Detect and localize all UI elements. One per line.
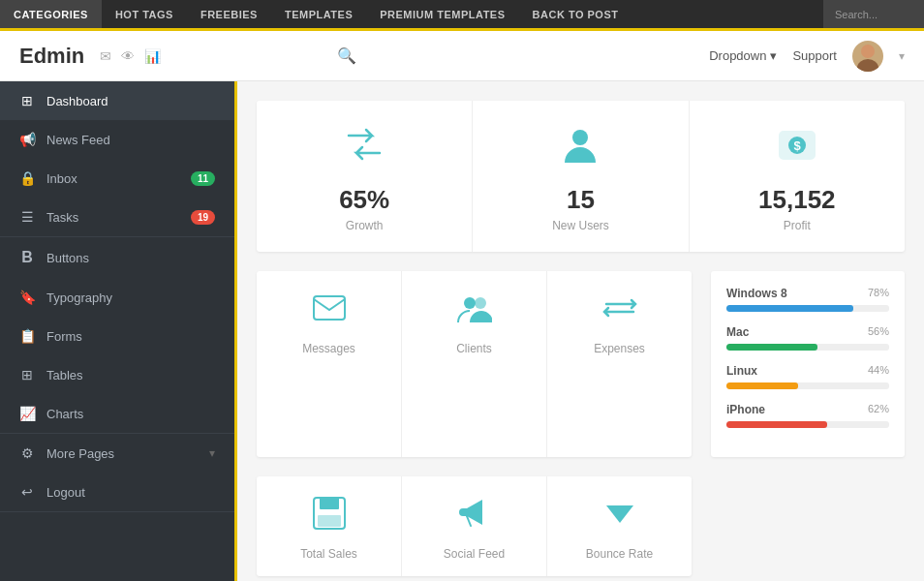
sidebar-item-more-pages[interactable]: ⚙ More Pages ▾ — [0, 434, 234, 473]
avatar[interactable] — [852, 41, 883, 72]
nav-premium-templates[interactable]: Premium Templates — [366, 0, 518, 28]
sidebar-section-extra: ⚙ More Pages ▾ ↩ Logout — [0, 434, 234, 512]
main-layout: ⊞ Dashboard 📢 News Feed 🔒 Inbox 11 ☰ Tas… — [0, 81, 924, 581]
svg-rect-11 — [318, 515, 341, 527]
widget-total-sales[interactable]: Total Sales — [257, 476, 402, 576]
progress-linux: Linux 44% — [726, 364, 889, 389]
sidebar-label-more-pages: More Pages — [46, 446, 114, 461]
sidebar-item-tasks[interactable]: ☰ Tasks 19 — [0, 198, 234, 236]
svg-point-7 — [464, 297, 476, 309]
stat-value-profit: 15,152 — [758, 185, 836, 215]
progress-bar-bg-iphone — [726, 421, 889, 428]
svg-point-1 — [857, 59, 878, 72]
sidebar-label-news-feed: News Feed — [46, 133, 110, 147]
inbox-icon: 🔒 — [19, 170, 35, 186]
user-menu-arrow[interactable]: ▾ — [899, 49, 905, 63]
dashboard-icon: ⊞ — [19, 93, 35, 108]
top-search-box[interactable] — [823, 0, 924, 28]
widget-cards-row2: Total Sales Social Feed — [257, 476, 692, 576]
sidebar-item-forms[interactable]: 📋 Forms — [0, 317, 234, 355]
widget-label-clients: Clients — [456, 342, 492, 355]
chevron-down-icon: ▾ — [770, 48, 777, 63]
tasks-icon: ☰ — [19, 209, 35, 225]
save-icon — [312, 496, 347, 537]
widget-label-total-sales: Total Sales — [300, 547, 357, 561]
sidebar-item-dashboard[interactable]: ⊞ Dashboard — [0, 81, 234, 120]
news-feed-icon: 📢 — [19, 132, 35, 147]
eye-icon[interactable]: 👁 — [121, 48, 135, 64]
widget-label-messages: Messages — [302, 342, 355, 355]
sidebar-label-logout: Logout — [46, 485, 85, 500]
widget-expenses[interactable]: Expenses — [547, 271, 692, 457]
progress-label-linux: Linux — [726, 364, 757, 378]
progress-label-iphone: iPhone — [726, 403, 765, 416]
sidebar-item-buttons[interactable]: B Buttons — [0, 237, 234, 278]
dollar-icon: $ — [776, 124, 818, 175]
tables-icon: ⊞ — [19, 367, 35, 382]
search-icon: 🔍 — [337, 46, 356, 65]
sidebar-item-charts[interactable]: 📈 Charts — [0, 394, 234, 433]
bar-chart-icon[interactable]: 📊 — [144, 48, 161, 64]
nav-categories[interactable]: CATEGORIES — [0, 0, 102, 28]
sidebar-label-charts: Charts — [46, 407, 83, 421]
top-navigation: CATEGORIES HOT TAGS FREEBIES Templates P… — [0, 0, 924, 31]
widget-label-expenses: Expenses — [594, 342, 645, 355]
nav-back-to-post[interactable]: Back to Post — [519, 0, 632, 28]
nav-hot-tags[interactable]: HOT TAGS — [102, 0, 187, 28]
widget-label-bounce-rate: Bounce Rate — [586, 547, 653, 561]
typography-icon: 🔖 — [19, 290, 35, 305]
widget-row2: Total Sales Social Feed — [257, 476, 905, 576]
sidebar-item-tables[interactable]: ⊞ Tables — [0, 355, 234, 394]
progress-iphone: iPhone 62% — [726, 403, 889, 428]
dropdown-button[interactable]: Dropdown ▾ — [709, 48, 777, 63]
more-pages-arrow: ▾ — [209, 446, 215, 460]
progress-label-mac: Mac — [726, 325, 749, 339]
stat-cards-row: 65% Growth 15 New Users — [257, 101, 905, 252]
stat-label-growth: Growth — [346, 219, 384, 232]
progress-pct-windows: 78% — [868, 287, 889, 300]
progress-bar-bg-windows — [726, 305, 889, 312]
progress-bar-bg-mac — [726, 344, 889, 351]
top-search-input[interactable] — [835, 9, 912, 20]
svg-rect-10 — [320, 498, 339, 509]
buttons-icon: B — [19, 249, 35, 266]
forms-icon: 📋 — [19, 328, 35, 344]
logout-icon: ↩ — [19, 484, 35, 500]
more-pages-icon: ⚙ — [19, 445, 35, 461]
widget-messages[interactable]: Messages — [257, 271, 402, 457]
progress-bar-fill-windows — [726, 305, 853, 312]
sidebar-item-typography[interactable]: 🔖 Typography — [0, 278, 234, 317]
main-content: 65% Growth 15 New Users — [237, 81, 924, 581]
progress-panel-spacer — [711, 476, 905, 576]
header-bar: Edmin ✉ 👁 📊 🔍 Dropdown ▾ Support ▾ — [0, 31, 924, 81]
header-right: Dropdown ▾ Support ▾ — [709, 41, 905, 72]
sidebar-section-components: B Buttons 🔖 Typography 📋 Forms ⊞ Tables … — [0, 237, 234, 434]
sidebar-label-buttons: Buttons — [46, 251, 89, 265]
sidebar-label-tables: Tables — [46, 368, 83, 382]
megaphone-icon — [457, 496, 492, 537]
nav-freebies[interactable]: FREEBIES — [187, 0, 271, 28]
widget-and-progress-row: Messages Clients — [257, 271, 905, 457]
sidebar-section-main: ⊞ Dashboard 📢 News Feed 🔒 Inbox 11 ☰ Tas… — [0, 81, 234, 237]
widget-clients[interactable]: Clients — [402, 271, 547, 457]
stat-label-profit: Profit — [784, 219, 811, 232]
widget-social-feed[interactable]: Social Feed — [402, 476, 547, 576]
widget-label-social-feed: Social Feed — [444, 547, 505, 561]
stat-card-profit: $ 15,152 Profit — [690, 101, 905, 252]
widget-bounce-rate[interactable]: Bounce Rate — [547, 476, 692, 576]
progress-pct-mac: 56% — [868, 325, 889, 339]
logo: Edmin — [19, 44, 84, 69]
sidebar: ⊞ Dashboard 📢 News Feed 🔒 Inbox 11 ☰ Tas… — [0, 81, 237, 581]
inbox-badge: 11 — [191, 171, 215, 186]
sidebar-item-logout[interactable]: ↩ Logout — [0, 473, 234, 511]
progress-bar-fill-linux — [726, 382, 798, 389]
svg-point-0 — [861, 45, 875, 58]
svg-marker-12 — [606, 505, 633, 523]
mail-icon[interactable]: ✉ — [100, 48, 111, 64]
progress-panel: Windows 8 78% Mac 56% — [711, 271, 905, 457]
sidebar-item-news-feed[interactable]: 📢 News Feed — [0, 120, 234, 159]
nav-templates[interactable]: Templates — [271, 0, 366, 28]
support-link[interactable]: Support — [792, 48, 837, 63]
sidebar-item-inbox[interactable]: 🔒 Inbox 11 — [0, 159, 234, 198]
progress-pct-linux: 44% — [868, 364, 889, 378]
